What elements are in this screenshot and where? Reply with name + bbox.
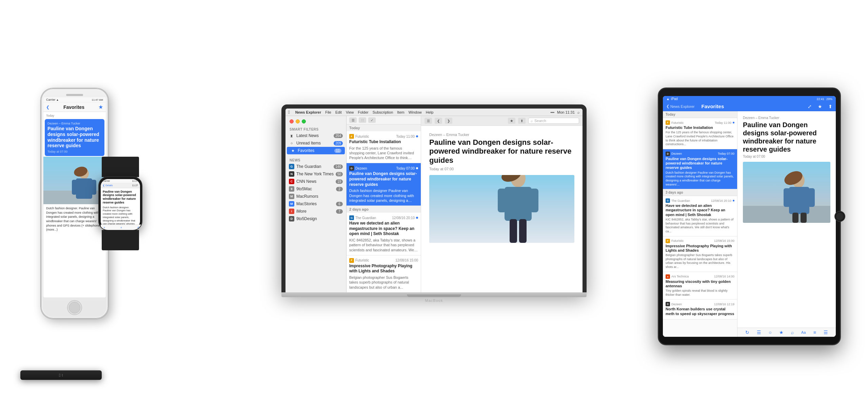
photo-time: 12/08/16 15:00 xyxy=(395,258,418,262)
sidebar-source-design[interactable]: D 9to5Design xyxy=(285,215,346,222)
ipad-ars-icon: a xyxy=(666,274,670,279)
ipad-back-btn[interactable]: ❮ News Explorer xyxy=(666,104,695,109)
ipad-article-pauline[interactable]: D Dezeen Today 07:00 Pauline van Dongen … xyxy=(663,149,737,189)
minimize-button[interactable] xyxy=(296,119,300,123)
check-btn[interactable]: ✓ xyxy=(368,117,376,123)
news-reader: ☰ ❮ ❯ ★ ⬆ ⌕ Search Dezeen – Emma Tucker xyxy=(421,116,583,292)
ipad-more-btn[interactable]: ☰ xyxy=(824,330,828,335)
watch-scroll-up-btn[interactable]: ∧ xyxy=(120,226,122,228)
sidebar-source-9to5mac[interactable]: 9 9to5Mac 2 xyxy=(285,185,346,193)
iphone-selected-article[interactable]: Dezeen – Emma Tucker Pauline van Dongen … xyxy=(45,119,104,156)
ipad-star-bottom-btn[interactable]: ★ xyxy=(779,330,784,335)
ipad-search-bottom-btn[interactable]: ⌕ xyxy=(791,330,794,335)
sidebar-item-favorites[interactable]: ★ Favorites 11 xyxy=(287,147,345,154)
ipad-article-northkorea[interactable]: D Dezeen 12/08/16 12:19 North Korean bui… xyxy=(663,299,737,319)
search-icon[interactable]: ⌕ xyxy=(577,110,580,114)
article-item-futuristic-tube[interactable]: F Futuristic Today 11:00 Futuristic Tube… xyxy=(347,131,421,163)
ipad-today-header: Today xyxy=(663,111,737,118)
ipad-reader-title: Pauline van Dongen designs solar-powered… xyxy=(743,121,830,153)
ipad-font-btn[interactable]: Aa xyxy=(801,330,806,334)
watch-back-btn[interactable]: ❮ Details xyxy=(103,184,113,187)
ipad-article-futuristic-tube[interactable]: F Futuristic Today 11:00 Futuristic Tube… xyxy=(663,118,737,149)
futuristic-source-name: Futuristic xyxy=(355,135,369,138)
reader-star-btn[interactable]: ★ xyxy=(508,118,515,124)
ipad-circle-btn[interactable]: ○ xyxy=(769,330,771,335)
ipad-home-button[interactable] xyxy=(834,211,845,222)
iphone-statusbar: Carrier ▲ 11:47 AM xyxy=(43,97,106,102)
sidebar-source-imore[interactable]: i iMore 7 xyxy=(285,208,346,215)
sidebar-item-latest-news[interactable]: ⧗ Latest News 254 xyxy=(285,132,346,139)
ipad-share-btn[interactable]: ⬆ xyxy=(828,104,832,109)
ipad-list-btn[interactable]: ☰ xyxy=(757,330,761,335)
ipad-content: Today F Futuristic Today 11:00 Futuristi… xyxy=(663,111,836,337)
ipad-article-antennas[interactable]: a Ars Technica 12/08/16 14:00 Measuring … xyxy=(663,272,737,300)
ipad-columns-btn[interactable]: ≡ xyxy=(813,330,816,335)
ipad-pauline-time: Today 07:00 xyxy=(718,152,734,155)
ipad-refresh-btn[interactable]: ↻ xyxy=(745,330,749,335)
photo-snippet: Belgian photographer Sus Bogaerts takes … xyxy=(349,275,418,290)
menu-folder[interactable]: Folder xyxy=(358,110,369,114)
apple-watch: Carrier 11:27 ❮ Details 11:27 xyxy=(98,176,142,231)
unread-label: Unread Items xyxy=(296,141,334,146)
sidebar-source-cnn[interactable]: C CNN News 19 xyxy=(285,178,346,185)
ipad-star-btn[interactable]: ★ xyxy=(818,104,822,109)
reader-search[interactable]: ⌕ Search xyxy=(528,118,579,124)
sidebar-source-nytimes[interactable]: N The New York Times 50 xyxy=(285,170,346,178)
close-button[interactable] xyxy=(290,119,294,123)
grid-view-btn[interactable]: ∷ xyxy=(359,117,366,123)
news-label: News xyxy=(285,157,346,163)
menu-view[interactable]: View xyxy=(346,110,354,114)
more-icon: ☰ xyxy=(824,330,828,335)
reader-date: Today at 07:00 xyxy=(429,167,574,171)
scene:  t  News Explorer File Edit View Folde… xyxy=(0,0,868,407)
ipad-nk-title: North Korean builders use crystal meth t… xyxy=(666,307,734,316)
maximize-button[interactable] xyxy=(302,119,306,123)
reader-sidebar-btn[interactable]: ☰ xyxy=(425,118,432,124)
menu-help[interactable]: Help xyxy=(426,110,434,114)
favorites-star-icon[interactable]: ★ xyxy=(98,104,103,110)
ipad-nk-time: 12/08/16 12:19 xyxy=(714,303,734,306)
menu-edit[interactable]: Edit xyxy=(335,110,342,114)
iphone-home-button[interactable] xyxy=(67,300,82,315)
watch-font-btn[interactable]: Aa xyxy=(137,226,140,228)
sidebar-item-unread[interactable]: ○ Unread Items 209 xyxy=(285,139,346,147)
macbook-screen:  News Explorer File Edit View Folder Su… xyxy=(285,109,583,292)
reader-image xyxy=(429,175,574,243)
iphone-article-image xyxy=(43,157,106,204)
ipad-article-photography[interactable]: F Futuristic 12/08/16 15:00 Impressive P… xyxy=(663,236,737,272)
macbook-label: MacBook xyxy=(425,298,443,303)
watch-scroll-down-btn[interactable]: ∨ xyxy=(103,226,105,228)
font-icon: Aa xyxy=(137,226,140,228)
menu-file[interactable]: File xyxy=(325,110,331,114)
ipad-futuristic-photo-icon: F xyxy=(666,239,670,243)
reader-back-btn[interactable]: ❮ xyxy=(435,118,442,124)
menubar-time: Mon 11:31 xyxy=(557,110,575,114)
sidebar-source-guardian[interactable]: G The Guardian 146 xyxy=(285,163,346,170)
sidebar-source-macrumors[interactable]: M MacRumors xyxy=(285,193,346,200)
ipad-expand-btn[interactable]: ⤢ xyxy=(808,104,812,109)
reader-share-btn[interactable]: ⬆ xyxy=(518,118,526,124)
menu-item[interactable]: Item xyxy=(397,110,404,114)
reader-forward-btn[interactable]: ❯ xyxy=(445,118,452,124)
sidebar-source-macstories[interactable]: M MacStories 6 xyxy=(285,200,346,208)
guardian-label: The Guardian xyxy=(296,164,334,169)
star-bottom-icon: ★ xyxy=(779,330,784,335)
unread-icon: ○ xyxy=(289,140,294,146)
ipad-three-days-header: 3 days ago xyxy=(663,189,737,196)
menu-subscription[interactable]: Subscription xyxy=(373,110,393,114)
ipad-antennas-snippet: Tiny golden spirals reveal that blood is… xyxy=(666,289,734,297)
menu-window[interactable]: Window xyxy=(409,110,422,114)
ipad-article-alien[interactable]: G The Guardian 12/08/16 20:10 Have we de… xyxy=(663,196,737,236)
article-item-photography[interactable]: F Futuristic 12/08/16 15:00 Impressive P… xyxy=(347,255,421,292)
futuristic-time: Today 11:00 xyxy=(396,135,415,138)
ipad-photo-title: Impressive Photography Playing with Ligh… xyxy=(666,244,734,253)
iphone-today-header: Today xyxy=(43,112,106,118)
svg-rect-18 xyxy=(784,188,790,207)
article-item-pauline[interactable]: D Dezeen Today 07:00 Pauline van Dongen … xyxy=(347,163,421,206)
back-icon[interactable]: ❮ xyxy=(46,105,50,110)
sidebar-toggle-btn[interactable]: ☰ xyxy=(349,117,357,123)
article-item-alien[interactable]: G The Guardian 12/08/16 20:10 Have we de… xyxy=(347,213,421,255)
watch-crown[interactable] xyxy=(142,198,142,209)
ipad-battery: 29% xyxy=(826,97,832,101)
apple-menu-icon[interactable]:  xyxy=(288,110,290,115)
